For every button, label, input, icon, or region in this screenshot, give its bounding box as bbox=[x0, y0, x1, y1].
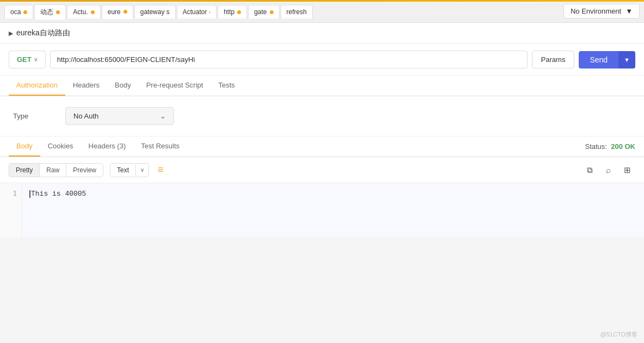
tab-eure-label: eure bbox=[108, 8, 121, 16]
tab-actu-dot bbox=[91, 10, 95, 14]
tab-gateway-s[interactable]: gateway s bbox=[134, 5, 176, 18]
preview-button[interactable]: Preview bbox=[66, 164, 103, 177]
cursor-icon bbox=[29, 190, 30, 198]
status-code: 200 OK bbox=[611, 142, 635, 151]
tab-gate-label: gate bbox=[254, 8, 267, 16]
tab-gateway-s-label: gateway s bbox=[140, 8, 170, 16]
tab-actu-label: Actu. bbox=[73, 8, 88, 16]
auth-type-value: No Auth bbox=[73, 112, 98, 120]
tab-dongtai-label: 动态 bbox=[40, 8, 53, 17]
breadcrumb-text: eureka自动路由 bbox=[16, 28, 70, 38]
url-bar: GET ∨ Params Send ▼ bbox=[0, 44, 644, 76]
tab-http[interactable]: http bbox=[218, 5, 247, 18]
tab-actuator2-label: Actuator · bbox=[183, 8, 210, 16]
main-content: ▶ eureka自动路由 GET ∨ Params Send ▼ Authori… bbox=[0, 23, 644, 238]
status-prefix: Status: bbox=[585, 142, 606, 151]
tab-dongtai-dot bbox=[56, 10, 60, 14]
response-section: Body Cookies Headers (3) Test Results St… bbox=[0, 136, 644, 238]
tab-body-req[interactable]: Body bbox=[107, 76, 139, 96]
tab-oca-label: oca bbox=[10, 8, 21, 16]
line-numbers: 1 bbox=[0, 183, 22, 238]
tab-eure[interactable]: eure bbox=[102, 5, 133, 19]
method-chevron-icon: ∨ bbox=[34, 57, 38, 63]
format-bar: Pretty Raw Preview Text ∨ ≡ ⧉ ⌕ ⊞ bbox=[0, 157, 644, 183]
status-badge: Status: 200 OK bbox=[585, 142, 635, 151]
tab-dongtai[interactable]: 动态 bbox=[34, 4, 66, 20]
auth-type-select[interactable]: No Auth ⌄ bbox=[65, 107, 174, 125]
code-text: This is 40005 bbox=[31, 189, 86, 200]
send-btn-group: Send ▼ bbox=[579, 51, 635, 68]
tab-pre-request[interactable]: Pre-request Script bbox=[139, 76, 211, 96]
tab-eure-dot bbox=[123, 10, 127, 14]
search-button[interactable]: ⌕ bbox=[602, 163, 615, 178]
tab-oca[interactable]: oca bbox=[4, 5, 33, 18]
tab-oca-dot bbox=[23, 10, 27, 14]
tab-http-dot bbox=[237, 10, 241, 14]
tab-refresh[interactable]: refresh bbox=[281, 5, 313, 18]
text-type-chevron-icon[interactable]: ∨ bbox=[135, 164, 148, 176]
tab-gate-dot bbox=[270, 10, 274, 14]
code-content: This is 40005 bbox=[22, 183, 644, 238]
res-tab-body[interactable]: Body bbox=[9, 136, 40, 157]
code-line-1: This is 40005 bbox=[29, 189, 636, 200]
auth-type-chevron-icon: ⌄ bbox=[160, 112, 166, 120]
method-selector[interactable]: GET ∨ bbox=[9, 51, 46, 68]
tab-actu[interactable]: Actu. bbox=[67, 5, 100, 18]
res-tab-test-results[interactable]: Test Results bbox=[133, 136, 187, 157]
copy-button[interactable]: ⧉ bbox=[583, 163, 597, 178]
auth-section: Type No Auth ⌄ bbox=[0, 96, 644, 136]
res-tab-cookies[interactable]: Cookies bbox=[40, 136, 81, 157]
send-dropdown-button[interactable]: ▼ bbox=[618, 51, 635, 68]
wrap-icon-button[interactable]: ≡ bbox=[153, 161, 168, 178]
env-label: No Environment bbox=[571, 7, 621, 15]
text-type-label: Text bbox=[110, 164, 135, 177]
raw-button[interactable]: Raw bbox=[40, 164, 66, 177]
text-type-group: Text ∨ bbox=[110, 163, 149, 177]
tab-tests[interactable]: Tests bbox=[210, 76, 242, 96]
breadcrumb-expand-icon[interactable]: ▶ bbox=[9, 30, 13, 37]
res-tab-headers[interactable]: Headers (3) bbox=[81, 136, 134, 157]
code-area: 1 This is 40005 bbox=[0, 183, 644, 238]
pretty-raw-preview-group: Pretty Raw Preview bbox=[9, 163, 103, 177]
format-icon-group: ⧉ ⌕ ⊞ bbox=[580, 163, 635, 178]
send-button[interactable]: Send bbox=[579, 51, 618, 68]
response-tabs-bar: Body Cookies Headers (3) Test Results St… bbox=[0, 136, 644, 157]
url-input[interactable] bbox=[50, 51, 528, 68]
environment-selector[interactable]: No Environment ▼ bbox=[564, 4, 640, 18]
pretty-button[interactable]: Pretty bbox=[9, 164, 40, 177]
tab-http-label: http bbox=[224, 8, 234, 16]
auth-type-label: Type bbox=[13, 112, 57, 120]
params-button[interactable]: Params bbox=[532, 51, 575, 68]
tab-gate[interactable]: gate bbox=[248, 5, 279, 18]
line-number-1: 1 bbox=[4, 189, 17, 199]
tab-bar: oca 动态 Actu. eure gateway s Actuator · h… bbox=[0, 0, 644, 23]
tab-actuator2[interactable]: Actuator · bbox=[177, 5, 216, 18]
tab-headers[interactable]: Headers bbox=[65, 76, 107, 96]
save-button[interactable]: ⊞ bbox=[620, 163, 635, 178]
request-tabs: Authorization Headers Body Pre-request S… bbox=[0, 76, 644, 96]
tab-authorization[interactable]: Authorization bbox=[9, 76, 65, 96]
breadcrumb-bar: ▶ eureka自动路由 bbox=[0, 23, 644, 44]
env-chevron: ▼ bbox=[626, 7, 633, 15]
method-label: GET bbox=[17, 55, 32, 64]
tab-refresh-label: refresh bbox=[287, 8, 307, 16]
